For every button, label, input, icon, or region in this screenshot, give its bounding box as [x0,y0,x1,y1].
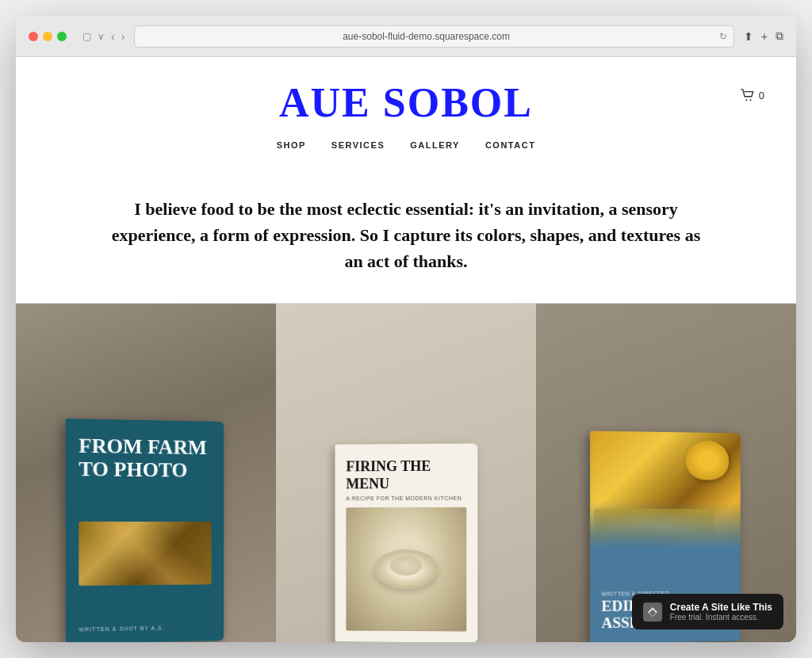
book-slot-1[interactable]: FROM FARM TO PHOTO WRITTEN & SHOT BY A.S… [16,304,276,642]
nav-item-shop[interactable]: SHOP [277,137,306,151]
chevron-down-icon: ∨ [98,31,105,42]
books-section: FROM FARM TO PHOTO WRITTEN & SHOT BY A.S… [16,304,796,642]
book-1-cover: FROM FARM TO PHOTO WRITTEN & SHOT BY A.S… [66,419,224,642]
book-1-title: FROM FARM TO PHOTO [79,435,211,482]
hero-section: I believe food to be the most eclectic e… [16,164,796,304]
close-button[interactable] [29,32,38,41]
squarespace-logo [643,603,662,622]
fullscreen-button[interactable] [57,32,67,41]
cart-icon [740,89,756,101]
tabs-icon[interactable]: ⧉ [776,29,783,43]
website-content: 0 AUE SOBOL SHOP SERVICES GALLERY CONTAC… [16,57,796,642]
site-title: AUE SOBOL [48,79,764,126]
book-1-author: WRITTEN & SHOT BY A.S. [79,625,211,633]
address-bar[interactable]: aue-sobol-fluid-demo.squarespace.com ↻ [134,25,733,48]
cart-count: 0 [759,90,764,101]
browser-window: ▢ ∨ ‹ › aue-sobol-fluid-demo.squarespace… [16,16,796,642]
squarespace-main-text: Create A Site Like This [670,602,772,613]
cart-wrapper[interactable]: 0 [740,89,764,101]
book-container: FROM FARM TO PHOTO WRITTEN & SHOT BY A.S… [16,304,796,642]
window-icon: ▢ [82,31,91,42]
main-nav: SHOP SERVICES GALLERY CONTACT [48,137,764,164]
yellow-bits-decoration [594,509,714,544]
url-text: aue-sobol-fluid-demo.squarespace.com [343,31,510,42]
svg-point-1 [749,99,751,101]
book-2-subtitle: A RECIPE FOR THE MODERN KITCHEN [346,495,466,501]
traffic-lights [29,32,67,41]
bowl-decoration [374,549,438,589]
browser-chrome: ▢ ∨ ‹ › aue-sobol-fluid-demo.squarespace… [16,16,796,57]
nav-link-gallery[interactable]: GALLERY [410,140,460,150]
forward-icon[interactable]: › [121,30,125,43]
browser-nav: ▢ ∨ ‹ › [82,30,124,43]
site-header: 0 AUE SOBOL SHOP SERVICES GALLERY CONTAC… [16,57,796,164]
browser-actions: ⬆ + ⧉ [744,29,783,43]
nav-item-contact[interactable]: CONTACT [485,137,535,151]
nav-item-services[interactable]: SERVICES [331,137,385,151]
nav-item-gallery[interactable]: GALLERY [410,137,460,151]
book-1-visual: FROM FARM TO PHOTO WRITTEN & SHOT BY A.S… [66,419,224,642]
pumpkin-decoration [686,440,729,480]
squarespace-text-group: Create A Site Like This Free trial. Inst… [670,602,772,622]
book-2-cover: FIRING THE MENU A RECIPE FOR THE MODERN … [335,443,478,642]
svg-point-0 [745,99,747,101]
back-icon[interactable]: ‹ [111,30,115,43]
minimize-button[interactable] [43,32,52,41]
book-2-title: FIRING THE MENU [346,458,466,493]
hero-quote: I believe food to be the most eclectic e… [105,196,707,274]
book-1-image [79,522,211,586]
book-2-image [346,507,466,632]
nav-menu: SHOP SERVICES GALLERY CONTACT [48,137,764,164]
share-icon[interactable]: ⬆ [744,30,753,43]
nav-link-shop[interactable]: SHOP [277,140,306,150]
nav-link-contact[interactable]: CONTACT [485,140,535,150]
new-tab-icon[interactable]: + [761,30,768,43]
book-2-visual: FIRING THE MENU A RECIPE FOR THE MODERN … [335,443,478,642]
squarespace-logo-icon [646,606,659,618]
squarespace-sub-text: Free trial. Instant access. [670,613,772,622]
book-3-image-area [590,431,741,548]
refresh-icon[interactable]: ↻ [719,31,727,42]
book-slot-2[interactable]: FIRING THE MENU A RECIPE FOR THE MODERN … [276,304,536,642]
book-slot-3[interactable]: WRITTEN & DIRECTED EDIBLES ASSEMBLED [536,304,796,642]
squarespace-banner[interactable]: Create A Site Like This Free trial. Inst… [632,594,783,629]
nav-link-services[interactable]: SERVICES [331,140,385,150]
